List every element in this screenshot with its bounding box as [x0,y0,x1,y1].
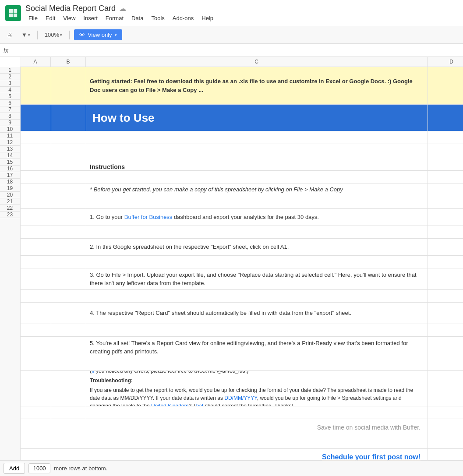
filter-button[interactable]: ▼ ▾ [19,30,33,40]
cell-16d[interactable] [428,337,463,358]
cell-12d[interactable] [428,268,463,289]
cell-1c[interactable]: Getting started: Feel free to download t… [86,67,428,104]
cell-2a[interactable] [21,105,51,131]
cell-17b[interactable] [51,358,86,370]
cell-7c[interactable] [86,196,428,208]
cell-9d[interactable] [428,226,463,238]
cell-5b[interactable] [51,171,86,183]
cell-10b[interactable] [51,239,86,255]
cell-12c[interactable]: 3. Go to File > Import. Upload your expo… [86,268,428,289]
cell-7a[interactable] [21,196,51,208]
cell-4a[interactable] [21,144,51,170]
cell-11a[interactable] [21,256,51,268]
cell-13c[interactable] [86,290,428,302]
cell-8a[interactable] [21,209,51,226]
rows-count-input[interactable] [28,463,50,473]
cell-7b[interactable] [51,196,86,208]
cell-19b[interactable] [51,406,86,419]
cell-17a[interactable] [21,358,51,370]
cell-9b[interactable] [51,226,86,238]
cell-4c[interactable]: Instructions [86,144,428,170]
cell-3c[interactable] [86,131,428,144]
cell-13b[interactable] [51,290,86,302]
cell-11b[interactable] [51,256,86,268]
cell-15c[interactable] [86,324,428,336]
cell-11d[interactable] [428,256,463,268]
cell-5c[interactable] [86,171,428,183]
cell-19c[interactable] [86,406,428,419]
cell-13d[interactable] [428,290,463,302]
formula-input[interactable] [12,46,459,55]
menu-file[interactable]: File [25,14,41,22]
cell-14a[interactable] [21,303,51,324]
cell-18d[interactable] [428,371,463,406]
cell-3b[interactable] [51,131,86,144]
cell-6a[interactable] [21,183,51,196]
menu-view[interactable]: View [60,14,78,22]
cell-20c[interactable]: Save time on social media with Buffer. [86,419,428,436]
cell-11c[interactable] [86,256,428,268]
menu-data[interactable]: Data [128,14,146,22]
cell-8b[interactable] [51,209,86,226]
cell-17d[interactable] [428,358,463,370]
cell-1d[interactable] [428,67,463,104]
cell-18a[interactable] [21,371,51,406]
cell-3a[interactable] [21,131,51,144]
cell-1b[interactable] [51,67,86,104]
cell-9a[interactable] [21,226,51,238]
cell-16a[interactable] [21,337,51,358]
cell-4b[interactable] [51,144,86,170]
menu-help[interactable]: Help [198,14,216,22]
cell-10d[interactable] [428,239,463,255]
cell-19d[interactable] [428,406,463,419]
menu-insert[interactable]: Insert [80,14,101,22]
cell-14d[interactable] [428,303,463,324]
cell-16c[interactable]: 5. You're all set! There's a Report Card… [86,337,428,358]
cell-15a[interactable] [21,324,51,336]
cell-12a[interactable] [21,268,51,289]
cell-2b[interactable] [51,105,86,131]
cell-16b[interactable] [51,337,86,358]
cell-21d[interactable] [428,436,463,448]
cell-7d[interactable] [428,196,463,208]
cell-14b[interactable] [51,303,86,324]
cell-10c[interactable]: 2. In this Google spreadsheet on the res… [86,239,428,255]
cell-18b[interactable] [51,371,86,406]
cell-10a[interactable] [21,239,51,255]
menu-addons[interactable]: Add-ons [170,14,197,22]
cell-2d[interactable] [428,105,463,131]
cell-8d[interactable] [428,209,463,226]
cell-12b[interactable] [51,268,86,289]
cell-6c[interactable]: * Before you get started, you can make a… [86,183,428,196]
cell-8c[interactable]: 1. Go to your Buffer for Business dashbo… [86,209,428,226]
cell-2c[interactable]: How to Use [86,105,428,131]
cell-15b[interactable] [51,324,86,336]
cell-5a[interactable] [21,171,51,183]
cell-21b[interactable] [51,436,86,448]
menu-edit[interactable]: Edit [42,14,58,22]
cell-17c[interactable] [86,358,428,370]
zoom-control[interactable]: 100% ▾ [42,30,65,40]
add-rows-button[interactable]: Add [4,463,25,474]
menu-tools[interactable]: Tools [148,14,167,22]
cell-6d[interactable] [428,183,463,196]
cell-3d[interactable] [428,131,463,144]
cell-18c[interactable]: (If you noticed any errors, please feel … [86,371,428,406]
cell-1a[interactable] [21,67,51,104]
cell-15d[interactable] [428,324,463,336]
cell-13a[interactable] [21,290,51,302]
cell-6b[interactable] [51,183,86,196]
print-button[interactable]: 🖨 [4,30,15,40]
cell-20b[interactable] [51,419,86,436]
cell-21a[interactable] [21,436,51,448]
cell-20d[interactable] [428,419,463,436]
cell-21c[interactable] [86,436,428,448]
cell-20a[interactable] [21,419,51,436]
cell-14c[interactable]: 4. The respective "Report Card" sheet sh… [86,303,428,324]
view-only-button[interactable]: 👁 View only ▾ [74,29,122,40]
cell-19a[interactable] [21,406,51,419]
cell-9c[interactable] [86,226,428,238]
menu-format[interactable]: Format [102,14,127,22]
cell-5d[interactable] [428,171,463,183]
cell-4d[interactable] [428,144,463,170]
